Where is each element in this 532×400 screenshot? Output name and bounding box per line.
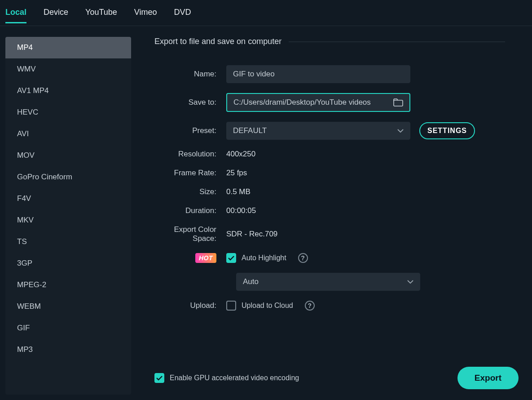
row-color-space: Export Color Space: SDR - Rec.709 [154, 225, 505, 243]
label-preset: Preset: [154, 126, 226, 135]
label-size: Size: [154, 187, 226, 196]
format-item-3gp[interactable]: 3GP [5, 253, 131, 274]
format-item-f4v[interactable]: F4V [5, 188, 131, 209]
chevron-down-icon [397, 129, 404, 133]
tab-youtube[interactable]: YouTube [85, 8, 117, 23]
label-resolution: Resolution: [154, 150, 226, 159]
export-destination-tabs: LocalDeviceYouTubeVimeoDVD [0, 0, 532, 26]
label-save-to: Save to: [154, 98, 226, 107]
settings-button[interactable]: SETTINGS [419, 122, 475, 139]
footer: Enable GPU accelerated video encoding Ex… [154, 367, 519, 389]
value-frame-rate: 25 fps [226, 169, 247, 178]
export-button[interactable]: Export [457, 367, 519, 389]
row-size: Size: 0.5 MB [154, 187, 505, 196]
value-duration: 00:00:05 [226, 206, 256, 215]
format-item-webm[interactable]: WEBM [5, 296, 131, 317]
format-item-mp4[interactable]: MP4 [5, 37, 131, 58]
format-item-avi[interactable]: AVI [5, 123, 131, 145]
auto-highlight-mode-value: Auto [243, 277, 259, 286]
preset-select[interactable]: DEFAULT [226, 122, 410, 140]
save-to-path-text: C:/Users/drami/Desktop/YouTube videos [233, 98, 393, 107]
row-resolution: Resolution: 400x250 [154, 150, 505, 159]
format-item-mkv[interactable]: MKV [5, 209, 131, 231]
row-upload: Upload: Upload to Cloud ? [154, 301, 505, 311]
gpu-encoding-label: Enable GPU accelerated video encoding [170, 374, 299, 382]
preset-value: DEFAULT [233, 126, 267, 135]
format-item-gopro-cineform[interactable]: GoPro Cineform [5, 166, 131, 188]
auto-highlight-label: Auto Highlight [242, 254, 286, 262]
format-sidebar: MP4WMVAV1 MP4HEVCAVIMOVGoPro CineformF4V… [5, 37, 131, 395]
row-duration: Duration: 00:00:05 [154, 206, 505, 215]
value-color-space: SDR - Rec.709 [226, 230, 277, 239]
format-item-mpeg-2[interactable]: MPEG-2 [5, 274, 131, 296]
label-frame-rate: Frame Rate: [154, 169, 226, 178]
folder-icon [393, 98, 403, 107]
divider [289, 41, 505, 42]
export-settings-panel: Export to file and save on computer Name… [131, 26, 532, 400]
section-title: Export to file and save on computer [154, 37, 281, 46]
row-name: Name: [154, 65, 505, 83]
format-item-gif[interactable]: GIF [5, 317, 131, 339]
tab-vimeo[interactable]: Vimeo [134, 8, 157, 23]
tab-device[interactable]: Device [44, 8, 68, 23]
format-item-mp3[interactable]: MP3 [5, 339, 131, 360]
format-item-hevc[interactable]: HEVC [5, 102, 131, 123]
chevron-down-icon [407, 280, 413, 284]
format-item-av1-mp4[interactable]: AV1 MP4 [5, 80, 131, 102]
tab-local[interactable]: Local [5, 8, 26, 23]
hot-badge: HOT [195, 253, 216, 263]
row-auto-highlight: HOT Auto Highlight ? [154, 253, 505, 263]
main-layout: MP4WMVAV1 MP4HEVCAVIMOVGoPro CineformF4V… [0, 26, 532, 400]
label-duration: Duration: [154, 206, 226, 215]
help-icon[interactable]: ? [305, 301, 315, 311]
row-frame-rate: Frame Rate: 25 fps [154, 169, 505, 178]
section-header: Export to file and save on computer [154, 37, 505, 46]
gpu-encoding-checkbox[interactable] [154, 373, 164, 383]
tab-dvd[interactable]: DVD [174, 8, 191, 23]
name-input[interactable] [226, 65, 410, 83]
format-item-wmv[interactable]: WMV [5, 58, 131, 80]
svg-rect-0 [394, 100, 403, 106]
label-color-space: Export Color Space: [154, 225, 226, 243]
help-icon[interactable]: ? [298, 253, 308, 263]
upload-to-cloud-checkbox[interactable] [226, 301, 236, 311]
format-item-mov[interactable]: MOV [5, 145, 131, 166]
value-resolution: 400x250 [226, 150, 255, 159]
label-upload: Upload: [154, 301, 226, 310]
value-size: 0.5 MB [226, 187, 251, 196]
upload-to-cloud-label: Upload to Cloud [242, 302, 293, 310]
auto-highlight-checkbox[interactable] [226, 253, 236, 263]
auto-highlight-mode-select[interactable]: Auto [236, 273, 420, 291]
save-to-path-picker[interactable]: C:/Users/drami/Desktop/YouTube videos [226, 93, 410, 112]
format-item-ts[interactable]: TS [5, 231, 131, 253]
row-preset: Preset: DEFAULT SETTINGS [154, 122, 505, 140]
row-save-to: Save to: C:/Users/drami/Desktop/YouTube … [154, 93, 505, 112]
label-name: Name: [154, 70, 226, 79]
